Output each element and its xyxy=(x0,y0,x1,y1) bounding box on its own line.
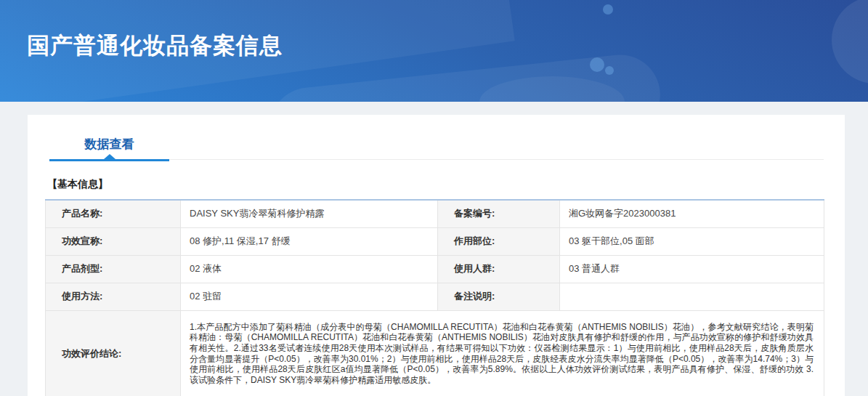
banner-decor-dot xyxy=(590,57,604,72)
field-value-formulation: 02 液体 xyxy=(181,255,438,283)
table-row: 使用方法: 02 驻留 备注说明: xyxy=(46,283,824,310)
field-label-filing-number: 备案编号: xyxy=(438,200,560,227)
field-value-efficacy-claim: 08 修护,11 保湿,17 舒缓 xyxy=(181,227,438,255)
field-label-target-users: 使用人群: xyxy=(438,255,560,283)
field-value-application-site: 03 躯干部位,05 面部 xyxy=(560,227,824,255)
banner-decor-circle xyxy=(832,0,868,84)
field-value-target-users: 03 普通人群 xyxy=(560,255,824,283)
table-row: 功效宣称: 08 修护,11 保湿,17 舒缓 作用部位: 03 躯干部位,05… xyxy=(46,227,824,255)
banner-decor-blob xyxy=(266,51,665,102)
field-label-product-name: 产品名称: xyxy=(46,200,181,227)
tab-data-view[interactable]: 数据查看 xyxy=(49,134,169,160)
table-row-conclusion: 功效评价结论: 1.本产品配方中添加了菊科精油（成分表中的母菊（CHAMOMIL… xyxy=(46,310,824,396)
tab-bar: 数据查看 xyxy=(49,134,824,160)
table-row: 产品剂型: 02 液体 使用人群: 03 普通人群 xyxy=(46,255,824,283)
section-title-basic-info: 【基本信息】 xyxy=(47,178,845,191)
tab-active-caret-icon xyxy=(104,154,115,159)
field-value-remarks xyxy=(560,283,824,310)
banner-decor-ellipse xyxy=(479,76,625,102)
field-value-filing-number: 湘G妆网备字2023000381 xyxy=(560,200,824,227)
content-card: 数据查看 【基本信息】 产品名称: DAISY SKY翡冷翠菊科修护精露 备案编… xyxy=(28,115,845,396)
field-label-efficacy-claim: 功效宣称: xyxy=(46,227,181,255)
tab-active-underline xyxy=(49,159,169,161)
field-label-usage-method: 使用方法: xyxy=(46,283,181,310)
field-value-usage-method: 02 驻留 xyxy=(181,283,438,310)
banner-decor-dot xyxy=(605,66,614,75)
page-title: 国产普通化妆品备案信息 xyxy=(27,31,283,61)
banner-decor-dot xyxy=(603,4,613,15)
tab-data-view-label: 数据查看 xyxy=(85,137,134,151)
basic-info-table: 产品名称: DAISY SKY翡冷翠菊科修护精露 备案编号: 湘G妆网备字202… xyxy=(45,199,824,396)
table-row: 产品名称: DAISY SKY翡冷翠菊科修护精露 备案编号: 湘G妆网备字202… xyxy=(46,200,824,227)
field-label-formulation: 产品剂型: xyxy=(46,255,181,283)
field-label-remarks: 备注说明: xyxy=(438,283,560,310)
field-value-product-name: DAISY SKY翡冷翠菊科修护精露 xyxy=(181,200,438,227)
header-banner: 国产普通化妆品备案信息 xyxy=(0,0,868,102)
field-value-efficacy-conclusion: 1.本产品配方中添加了菊科精油（成分表中的母菊（CHAMOMILLA RECUT… xyxy=(181,310,824,396)
field-label-application-site: 作用部位: xyxy=(438,227,560,255)
field-label-efficacy-conclusion: 功效评价结论: xyxy=(46,310,181,396)
